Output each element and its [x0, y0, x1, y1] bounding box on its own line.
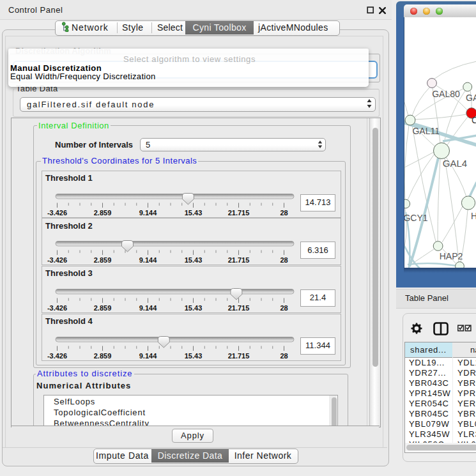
svg-text:H: H: [471, 211, 476, 221]
svg-text:2.859: 2.859: [94, 304, 112, 312]
svg-text:28: 28: [280, 352, 288, 360]
svg-text:CD: CD: [472, 115, 476, 125]
svg-text:HAP2: HAP2: [440, 251, 463, 261]
svg-text:GAL: GAL: [466, 93, 476, 103]
svg-text:GAL4: GAL4: [443, 158, 467, 169]
svg-text:GCY1: GCY1: [404, 213, 428, 223]
svg-text:28: 28: [280, 256, 288, 264]
svg-text:-3.426: -3.426: [47, 209, 67, 217]
svg-text:GAL11: GAL11: [412, 126, 440, 136]
svg-text:15.43: 15.43: [185, 352, 203, 360]
svg-text:21.715: 21.715: [228, 304, 250, 312]
svg-text:9.144: 9.144: [139, 256, 157, 264]
svg-text:28: 28: [280, 304, 288, 312]
svg-text:-3.426: -3.426: [47, 304, 67, 312]
svg-text:28: 28: [280, 209, 288, 217]
svg-text:2.859: 2.859: [94, 209, 112, 217]
svg-text:9.144: 9.144: [139, 304, 157, 312]
svg-text:2.859: 2.859: [94, 256, 112, 264]
svg-text:-3.426: -3.426: [47, 256, 67, 264]
svg-text:9.144: 9.144: [139, 352, 157, 360]
svg-text:15.43: 15.43: [185, 209, 203, 217]
svg-text:21.715: 21.715: [228, 209, 250, 217]
svg-text:2.859: 2.859: [94, 352, 112, 360]
svg-text:15.43: 15.43: [185, 304, 203, 312]
svg-text:21.715: 21.715: [228, 352, 250, 360]
svg-text:-3.426: -3.426: [47, 352, 67, 360]
svg-text:9.144: 9.144: [139, 209, 157, 217]
svg-text:15.43: 15.43: [185, 256, 203, 264]
svg-text:21.715: 21.715: [228, 256, 250, 264]
svg-text:GAL80: GAL80: [432, 89, 460, 99]
